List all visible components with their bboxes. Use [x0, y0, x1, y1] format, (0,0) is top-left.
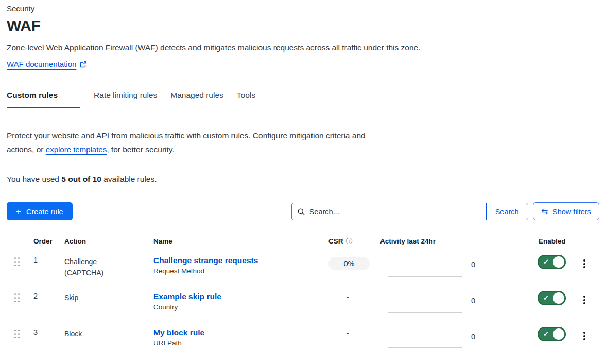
search-icon	[297, 207, 305, 216]
rules-table: Order Action Name CSR ⓘ Activity last 24…	[7, 234, 599, 356]
kebab-menu-icon[interactable]	[581, 259, 587, 268]
info-icon[interactable]: ⓘ	[346, 237, 353, 246]
rule-csr: -	[322, 321, 373, 356]
toggle-knob	[553, 256, 564, 268]
rule-order: 1	[27, 249, 58, 285]
rule-name-cell: Challenge strange requests Request Metho…	[147, 249, 322, 285]
enabled-toggle[interactable]: ✓	[538, 327, 566, 341]
tab-bar: Custom rules Rate limiting rules Managed…	[7, 88, 599, 108]
toggle-knob	[553, 328, 564, 340]
rule-order: 3	[27, 321, 58, 356]
usage-count: 5 out of 10	[61, 175, 101, 183]
rule-name-link[interactable]: My block rule	[153, 328, 204, 337]
rule-activity: 0	[373, 249, 532, 285]
create-rule-button[interactable]: + Create rule	[7, 202, 73, 220]
intro-paragraph: Protect your website and API from malici…	[7, 129, 390, 157]
external-link-icon	[80, 61, 87, 68]
check-icon: ✓	[543, 294, 549, 302]
table-row: 1 Challenge (CAPTCHA) Challenge strange …	[7, 249, 599, 285]
page-description: Zone-level Web Application Firewall (WAF…	[7, 43, 599, 53]
activity-count-link[interactable]: 0	[471, 333, 475, 342]
rule-menu-cell	[574, 321, 599, 356]
check-icon: ✓	[543, 330, 549, 338]
show-filters-label: Show filters	[552, 207, 591, 216]
tab-managed-rules[interactable]: Managed rules	[170, 88, 223, 108]
toolbar: + Create rule Search ⇆ Show filters	[7, 202, 599, 220]
page-title: WAF	[7, 17, 599, 34]
rule-enabled-cell: ✓	[532, 249, 574, 285]
rule-csr: -	[322, 285, 373, 321]
rule-menu-cell	[574, 249, 599, 285]
rule-name-link[interactable]: Challenge strange requests	[153, 256, 258, 265]
search-group: Search	[291, 203, 528, 220]
header-csr-label: CSR	[328, 237, 343, 245]
rule-name-cell: My block rule URI Path	[147, 321, 322, 356]
header-activity: Activity last 24hr	[373, 237, 532, 245]
kebab-menu-icon[interactable]	[581, 332, 587, 340]
tab-tools[interactable]: Tools	[237, 88, 255, 108]
rule-action: Challenge (CAPTCHA)	[58, 249, 147, 285]
rule-csr: 0%	[322, 249, 373, 285]
header-enabled: Enabled	[532, 237, 574, 245]
plus-icon: +	[16, 207, 21, 216]
rule-menu-cell	[574, 285, 599, 321]
header-csr: CSR ⓘ	[322, 237, 373, 246]
rule-enabled-cell: ✓	[532, 321, 574, 356]
header-order: Order	[27, 237, 58, 245]
drag-handle[interactable]	[7, 321, 27, 356]
activity-count-link[interactable]: 0	[471, 261, 475, 270]
rule-field: Request Method	[153, 267, 322, 275]
table-row: 2 Skip Example skip rule Country - 0 ✓	[7, 285, 599, 321]
rule-name-cell: Example skip rule Country	[147, 285, 322, 321]
drag-handle[interactable]	[7, 249, 27, 285]
explore-templates-link[interactable]: explore templates	[46, 145, 107, 154]
waf-page: Security WAF Zone-level Web Application …	[0, 0, 606, 356]
enabled-toggle[interactable]: ✓	[538, 291, 566, 305]
create-rule-label: Create rule	[26, 207, 63, 216]
tab-custom-rules[interactable]: Custom rules	[7, 88, 80, 108]
header-action: Action	[58, 237, 147, 245]
usage-after: available rules.	[101, 175, 157, 183]
swap-arrows-icon: ⇆	[541, 207, 548, 216]
rule-order: 2	[27, 285, 58, 321]
activity-sparkline	[388, 347, 462, 348]
doc-link-row: WAF documentation	[7, 60, 599, 68]
drag-handle[interactable]	[7, 285, 27, 321]
activity-sparkline	[388, 312, 462, 313]
intro-text-after: , for better security.	[107, 145, 175, 154]
header-name: Name	[147, 237, 322, 245]
rule-enabled-cell: ✓	[532, 285, 574, 321]
activity-sparkline	[388, 276, 462, 277]
rule-field: Country	[153, 303, 322, 311]
show-filters-button[interactable]: ⇆ Show filters	[533, 202, 599, 220]
rule-field: URI Path	[153, 339, 322, 347]
kebab-menu-icon[interactable]	[581, 296, 587, 304]
rule-activity: 0	[373, 285, 532, 321]
usage-line: You have used 5 out of 10 available rule…	[7, 175, 599, 184]
table-header-row: Order Action Name CSR ⓘ Activity last 24…	[7, 234, 599, 249]
check-icon: ✓	[543, 258, 549, 266]
activity-count-link[interactable]: 0	[471, 297, 475, 306]
search-input[interactable]	[309, 207, 481, 216]
toggle-knob	[553, 292, 564, 304]
table-row: 3 Block My block rule URI Path - 0 ✓	[7, 321, 599, 356]
rule-action: Skip	[58, 285, 147, 321]
rule-activity: 0	[373, 321, 532, 356]
enabled-toggle[interactable]: ✓	[538, 255, 566, 269]
rule-name-link[interactable]: Example skip rule	[153, 292, 221, 301]
usage-before: You have used	[7, 175, 61, 183]
search-box[interactable]	[291, 203, 486, 220]
search-button[interactable]: Search	[486, 203, 528, 220]
tab-rate-limiting-rules[interactable]: Rate limiting rules	[94, 88, 157, 108]
csr-badge: 0%	[328, 257, 370, 270]
waf-documentation-link[interactable]: WAF documentation	[7, 60, 76, 68]
breadcrumb[interactable]: Security	[7, 4, 599, 13]
rule-action: Block	[58, 321, 147, 356]
